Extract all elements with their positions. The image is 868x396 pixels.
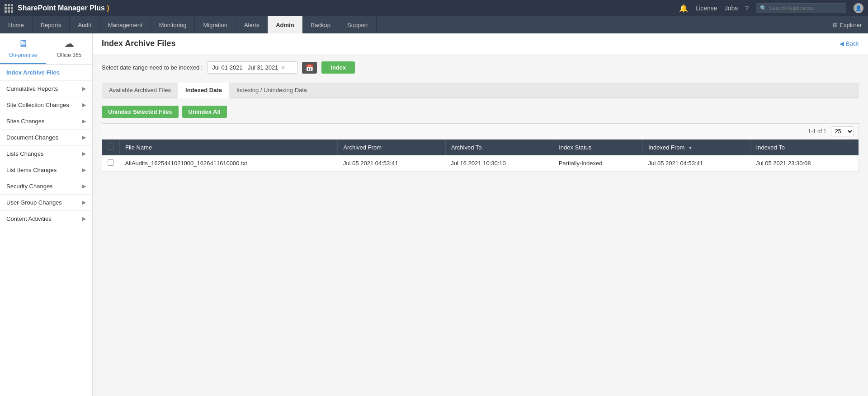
tab-available-archived[interactable]: Available Archived Files <box>102 83 178 98</box>
tab-alerts[interactable]: Alerts <box>236 16 268 33</box>
explorer-btn[interactable]: ⊞ Explorer <box>826 16 868 33</box>
tab-monitoring[interactable]: Monitoring <box>151 16 195 33</box>
search-icon: 🔍 <box>760 5 767 11</box>
select-all-checkbox[interactable] <box>108 144 114 150</box>
sidebar-item-document-changes[interactable]: Document Changes ▶ <box>0 130 92 146</box>
tab-indexing-unindexing[interactable]: Indexing / Unindexing Data <box>229 83 314 98</box>
sidebar: 🖥 On-premise ☁ Office 365 Index Archive … <box>0 33 93 396</box>
tab-management[interactable]: Management <box>100 16 151 33</box>
row-checkbox[interactable] <box>108 159 114 166</box>
tab-audit[interactable]: Audit <box>70 16 100 33</box>
page-title: Index Archive Files <box>102 39 175 48</box>
action-buttons: Unindex Selected Files Unindex All <box>102 106 859 118</box>
data-table: File Name Archived From Archived To Inde… <box>102 140 859 172</box>
arrow-icon: ▶ <box>82 216 86 222</box>
header-indexed-from[interactable]: Indexed From ▼ <box>643 140 750 155</box>
sidebar-tabs: 🖥 On-premise ☁ Office 365 <box>0 33 92 65</box>
header-archived-to: Archived To <box>445 140 553 155</box>
arrow-icon: ▶ <box>82 135 86 140</box>
calendar-button[interactable]: 📅 <box>302 62 317 74</box>
table-row: AllAudits_1625441021000_1626411610000.tx… <box>102 155 859 172</box>
bell-icon[interactable]: 🔔 <box>679 4 688 13</box>
office365-icon: ☁ <box>64 38 74 50</box>
unindex-selected-button[interactable]: Unindex Selected Files <box>102 106 179 118</box>
header-filename: File Name <box>120 140 338 155</box>
cell-archived-from: Jul 05 2021 04:53:41 <box>338 155 445 172</box>
tab-admin[interactable]: Admin <box>268 16 302 33</box>
explorer-icon: ⊞ <box>833 22 838 28</box>
sidebar-item-security-changes[interactable]: Security Changes ▶ <box>0 178 92 195</box>
topbar: SharePoint Manager Plus ) 🔔 License Jobs… <box>0 0 868 16</box>
tab-backup[interactable]: Backup <box>303 16 339 33</box>
data-table-wrap: 1-1 of 1 25 50 100 Fil <box>102 123 859 172</box>
inner-tabs: Available Archived Files Indexed Data In… <box>102 83 859 98</box>
index-button[interactable]: Index <box>321 61 355 74</box>
onpremise-icon: 🖥 <box>18 38 28 50</box>
table-controls: 1-1 of 1 25 50 100 <box>102 124 859 140</box>
tab-support[interactable]: Support <box>339 16 377 33</box>
search-box[interactable]: 🔍 <box>756 3 846 13</box>
app-title: SharePoint Manager Plus ) <box>18 4 109 12</box>
arrow-icon: ▶ <box>82 183 86 189</box>
topbar-left: SharePoint Manager Plus ) <box>5 4 109 13</box>
pagination-info: 1-1 of 1 <box>808 128 826 135</box>
header-index-status: Index Status <box>553 140 643 155</box>
arrow-icon: ▶ <box>82 167 86 173</box>
jobs-label[interactable]: Jobs <box>725 5 738 12</box>
sidebar-item-content-activities[interactable]: Content Activities ▶ <box>0 211 92 227</box>
tab-reports[interactable]: Reports <box>33 16 70 33</box>
sort-icon: ▼ <box>688 145 693 150</box>
cell-indexed-to: Jul 05 2021 23:30:08 <box>750 155 858 172</box>
date-range-row: Select date range need to be indexed : J… <box>102 61 859 74</box>
tab-indexed-data[interactable]: Indexed Data <box>178 83 229 98</box>
header-archived-from: Archived From <box>338 140 445 155</box>
tab-migration[interactable]: Migration <box>195 16 236 33</box>
sidebar-item-list-items[interactable]: List Items Changes ▶ <box>0 162 92 178</box>
arrow-icon: ▶ <box>82 102 86 108</box>
date-range-label: Select date range need to be indexed : <box>102 64 203 71</box>
back-button[interactable]: ◀ Back <box>840 40 859 47</box>
unindex-all-button[interactable]: Unindex All <box>182 106 227 118</box>
main-layout: 🖥 On-premise ☁ Office 365 Index Archive … <box>0 33 868 396</box>
sidebar-tab-onpremise[interactable]: 🖥 On-premise <box>0 33 46 64</box>
cell-archived-to: Jul 16 2021 10:30:10 <box>445 155 553 172</box>
table-header-row: File Name Archived From Archived To Inde… <box>102 140 859 155</box>
arrow-icon: ▶ <box>82 118 86 124</box>
nav-tabs: Home Reports Audit Management Monitoring… <box>0 16 868 33</box>
user-avatar[interactable]: 👤 <box>854 3 863 13</box>
content-area: Index Archive Files ◀ Back Select date r… <box>93 33 868 396</box>
sidebar-item-index-archive[interactable]: Index Archive Files <box>0 65 92 81</box>
sidebar-item-sites-changes[interactable]: Sites Changes ▶ <box>0 113 92 130</box>
license-label[interactable]: License <box>695 5 717 12</box>
sidebar-menu: Index Archive Files Cumulative Reports ▶… <box>0 65 92 227</box>
sidebar-item-site-collection[interactable]: Site Collection Changes ▶ <box>0 97 92 113</box>
sidebar-item-user-group[interactable]: User Group Changes ▶ <box>0 195 92 211</box>
header-indexed-to: Indexed To <box>750 140 858 155</box>
clear-date-icon[interactable]: ✕ <box>281 65 285 71</box>
cell-index-status: Partially-Indexed <box>553 155 643 172</box>
content-header: Index Archive Files ◀ Back <box>93 33 868 54</box>
arrow-icon: ▶ <box>82 200 86 205</box>
sidebar-tab-office365[interactable]: ☁ Office 365 <box>46 33 92 64</box>
sidebar-item-lists-changes[interactable]: Lists Changes ▶ <box>0 146 92 162</box>
arrow-icon: ▶ <box>82 86 86 92</box>
date-range-value: Jul 01 2021 - Jul 31 2021 <box>212 64 278 71</box>
cell-filename: AllAudits_1625441021000_1626411610000.tx… <box>120 155 338 172</box>
cell-indexed-from: Jul 05 2021 04:53:41 <box>643 155 750 172</box>
back-chevron-icon: ◀ <box>840 40 844 47</box>
topbar-right: 🔔 License Jobs ? 🔍 👤 <box>679 3 863 13</box>
content-body: Select date range need to be indexed : J… <box>93 54 868 179</box>
page-size-select[interactable]: 25 50 100 <box>831 126 854 136</box>
search-input[interactable] <box>769 5 841 11</box>
date-range-input[interactable]: Jul 01 2021 - Jul 31 2021 ✕ <box>207 61 297 74</box>
sidebar-item-cumulative[interactable]: Cumulative Reports ▶ <box>0 81 92 97</box>
grid-icon[interactable] <box>5 4 13 13</box>
header-checkbox-cell <box>102 140 120 155</box>
row-checkbox-cell <box>102 155 120 172</box>
arrow-icon: ▶ <box>82 151 86 157</box>
help-icon[interactable]: ? <box>745 5 749 12</box>
tab-home[interactable]: Home <box>0 16 33 33</box>
